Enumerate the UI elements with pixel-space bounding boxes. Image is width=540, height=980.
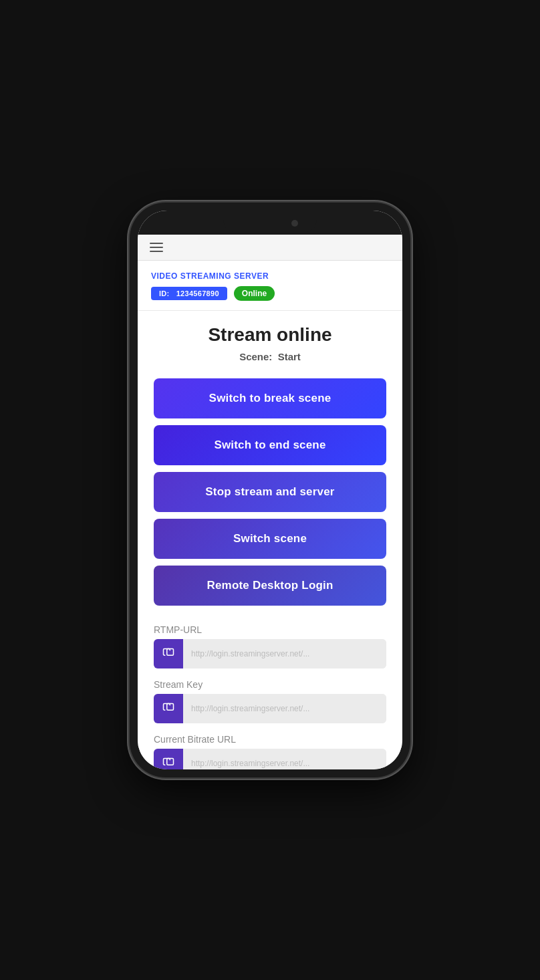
switch-scene-button[interactable]: Switch scene xyxy=(154,519,386,559)
stream-key-section: Stream Key http://login.streamingserver.… xyxy=(154,679,386,723)
online-status-badge: Online xyxy=(234,286,275,301)
bitrate-url-section: Current Bitrate URL http://login.streami… xyxy=(154,734,386,769)
rtmp-url-field-row: http://login.streamingserver.net/... xyxy=(154,639,386,668)
stop-stream-and-server-button[interactable]: Stop stream and server xyxy=(154,472,386,512)
main-content: Stream online Scene: Start Switch to bre… xyxy=(138,311,402,769)
screen-content: VIDEO STREAMING SERVER ID: 1234567890 On… xyxy=(138,235,402,769)
stream-key-field-row: http://login.streamingserver.net/... xyxy=(154,694,386,723)
phone-screen: VIDEO STREAMING SERVER ID: 1234567890 On… xyxy=(138,211,402,769)
notch xyxy=(223,213,317,232)
rtmp-url-copy-button[interactable] xyxy=(154,639,183,668)
stream-key-label: Stream Key xyxy=(154,679,386,690)
clipboard-icon xyxy=(162,703,174,715)
bitrate-url-copy-button[interactable] xyxy=(154,749,183,769)
bitrate-url-value: http://login.streamingserver.net/... xyxy=(183,749,386,769)
server-title: VIDEO STREAMING SERVER xyxy=(151,271,389,281)
phone-frame: VIDEO STREAMING SERVER ID: 1234567890 On… xyxy=(130,203,410,777)
header-section: VIDEO STREAMING SERVER ID: 1234567890 On… xyxy=(138,261,402,311)
stream-key-copy-button[interactable] xyxy=(154,694,183,723)
switch-to-end-scene-button[interactable]: Switch to end scene xyxy=(154,425,386,465)
bitrate-url-field-row: http://login.streamingserver.net/... xyxy=(154,749,386,769)
top-bar xyxy=(138,235,402,261)
bitrate-url-label: Current Bitrate URL xyxy=(154,734,386,745)
id-row: ID: 1234567890 Online xyxy=(151,286,389,301)
switch-to-break-scene-button[interactable]: Switch to break scene xyxy=(154,378,386,418)
notch-camera xyxy=(291,220,298,227)
rtmp-url-label: RTMP-URL xyxy=(154,624,386,635)
clipboard-icon xyxy=(162,757,174,769)
scene-label: Scene: Start xyxy=(154,351,386,362)
action-buttons: Switch to break scene Switch to end scen… xyxy=(154,378,386,606)
hamburger-menu-button[interactable] xyxy=(150,243,163,252)
rtmp-url-section: RTMP-URL http://login.streamingserver.ne… xyxy=(154,624,386,668)
clipboard-icon xyxy=(162,648,174,660)
notch-area xyxy=(138,211,402,235)
id-badge: ID: 1234567890 xyxy=(151,287,227,300)
rtmp-url-value: http://login.streamingserver.net/... xyxy=(183,639,386,668)
stream-status-title: Stream online xyxy=(154,324,386,346)
stream-key-value: http://login.streamingserver.net/... xyxy=(183,694,386,723)
remote-desktop-login-button[interactable]: Remote Desktop Login xyxy=(154,566,386,606)
